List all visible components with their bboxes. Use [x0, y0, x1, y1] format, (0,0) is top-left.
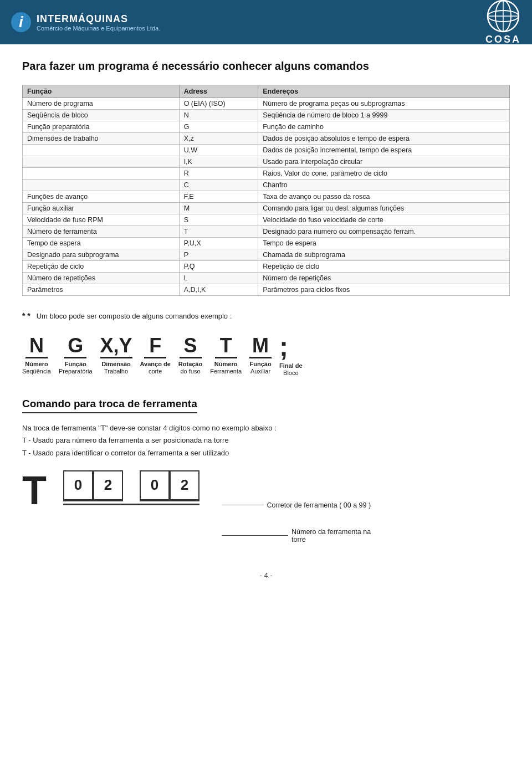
- table-cell-10-0: Velocidade de fuso RPM: [23, 214, 180, 226]
- table-cell-15-2: Número de repetições: [258, 273, 510, 284]
- table-cell-1-0: Seqüência de bloco: [23, 110, 180, 121]
- table-cell-12-2: Tempo de espera: [258, 238, 510, 249]
- tool-desc-2: T - Usado para número da ferramenta a se…: [22, 434, 510, 447]
- table-cell-8-0: Funções de avanço: [23, 191, 180, 203]
- block-label-sub-0: Seqüência: [22, 368, 51, 375]
- table-cell-0-1: O (EIA) (ISO): [179, 98, 258, 110]
- table-row: Tempo de esperaP,U,XTempo de espera: [23, 238, 510, 249]
- cosa-globe-icon: [487, 0, 520, 33]
- col-adress: Adress: [179, 85, 258, 98]
- table-cell-4-2: Dados de posição incremental, tempo de e…: [258, 145, 510, 156]
- table-cell-2-0: Função preparatória: [23, 121, 180, 133]
- digit-2b-box: 2: [170, 470, 200, 500]
- brand-subtitle: Comércio de Máquinas e Equipamentos Ltda…: [37, 25, 160, 32]
- table-cell-9-2: Comando para ligar ou desl. algumas funç…: [258, 203, 510, 214]
- table-cell-11-1: T: [179, 226, 258, 238]
- table-cell-7-1: C: [179, 180, 258, 191]
- table-cell-5-2: Usado para interpolação circular: [258, 156, 510, 168]
- main-content: Para fazer um programa é necessário conh…: [0, 44, 532, 602]
- block-item-t: TNúmeroFerramenta: [210, 336, 242, 375]
- table-cell-13-1: P: [179, 249, 258, 261]
- block-item-g: GFunçãoPreparatória: [59, 336, 93, 375]
- table-cell-16-1: A,D,I,K: [179, 284, 258, 296]
- block-item-s: SRotaçãodo fuso: [178, 336, 202, 375]
- block-label-main-5: Número: [214, 361, 238, 368]
- table-row: I,KUsado para interpolação circular: [23, 156, 510, 168]
- digit-0b-box: 0: [140, 470, 170, 500]
- table-cell-4-0: [23, 145, 180, 156]
- block-label-sub-6: Auxiliar: [250, 368, 270, 375]
- table-cell-2-2: Função de caminho: [258, 121, 510, 133]
- table-cell-10-2: Velocidade do fuso velocidade de corte: [258, 214, 510, 226]
- t-digit-diagram: T 0 2 0 2: [22, 470, 510, 549]
- block-label-sub-4: do fuso: [180, 368, 200, 375]
- digit-0-box: 0: [63, 470, 93, 500]
- block-label-main-2: Dimensão: [101, 361, 131, 368]
- table-cell-6-1: R: [179, 168, 258, 180]
- block-item-n: NNúmeroSeqüência: [22, 336, 51, 375]
- semicolon-symbol: ;: [279, 334, 288, 360]
- digit-gap: [123, 470, 140, 500]
- table-cell-13-0: Designado para subprograma: [23, 249, 180, 261]
- block-letter-6: M: [249, 336, 272, 358]
- table-cell-8-2: Taxa de avanço ou passo da rosca: [258, 191, 510, 203]
- block-item-f: FAvanço decorte: [140, 336, 171, 375]
- table-cell-12-1: P,U,X: [179, 238, 258, 249]
- table-row: Função auxiliarMComando para ligar ou de…: [23, 203, 510, 214]
- block-letter-4: S: [180, 336, 202, 358]
- logo-i-icon: i: [11, 12, 31, 32]
- table-row: Dimensões de trabalhoX,zDados de posição…: [23, 133, 510, 145]
- table-cell-15-1: L: [179, 273, 258, 284]
- block-label-main-0: Número: [25, 361, 48, 368]
- final-label1: Final de: [279, 362, 303, 370]
- header: i INTERMÁQUINAS Comércio de Máquinas e E…: [0, 0, 532, 44]
- tool-desc-1: Na troca de ferramenta "T" deve-se const…: [22, 422, 510, 434]
- table-cell-3-2: Dados de posição absolutos e tempo de es…: [258, 133, 510, 145]
- table-row: Repetição de cicloP,QRepetição de ciclo: [23, 261, 510, 273]
- table-row: Velocidade de fuso RPMSVelocidade do fus…: [23, 214, 510, 226]
- t-digits-row: 0 2 0 2: [63, 470, 200, 500]
- block-letter-1: G: [64, 336, 86, 358]
- table-cell-11-0: Número de ferramenta: [23, 226, 180, 238]
- tool-section: Comando para troca de ferramenta Na troc…: [22, 398, 510, 548]
- table-cell-6-0: [23, 168, 180, 180]
- table-cell-4-1: U,W: [179, 145, 258, 156]
- table-row: Número de ferramentaTDesignado para nume…: [23, 226, 510, 238]
- table-cell-6-2: Raios, Valor do cone, parâmetro de ciclo: [258, 168, 510, 180]
- block-label-main-1: Função: [65, 361, 86, 368]
- block-section: * * Um bloco pode ser composto de alguns…: [22, 311, 510, 382]
- block-intro-text: Um bloco pode ser composto de alguns com…: [37, 312, 232, 320]
- block-item-xy: X,YDimensãoTrabalho: [100, 336, 132, 375]
- header-left: i INTERMÁQUINAS Comércio de Máquinas e E…: [11, 12, 160, 32]
- table-cell-0-2: Número de programa peças ou subprogramas: [258, 98, 510, 110]
- table-cell-2-1: G: [179, 121, 258, 133]
- table-cell-10-1: S: [179, 214, 258, 226]
- tool-heading: Comando para troca de ferramenta: [22, 398, 197, 413]
- final-label2: Bloco: [283, 370, 299, 377]
- block-label-sub-3: corte: [149, 368, 162, 375]
- annotation-numero: Número da ferramenta na torre: [222, 528, 371, 543]
- block-intro: * * Um bloco pode ser composto de alguns…: [22, 311, 510, 320]
- cosa-label: COSA: [485, 34, 521, 45]
- table-cell-1-1: N: [179, 110, 258, 121]
- table-row: Designado para subprogramaPChamada de su…: [23, 249, 510, 261]
- cosa-logo-area: COSA: [485, 0, 521, 45]
- table-cell-11-2: Designado para numero ou compensação fer…: [258, 226, 510, 238]
- block-label-main-6: Função: [250, 361, 272, 368]
- table-cell-14-0: Repetição de ciclo: [23, 261, 180, 273]
- table-row: Número de programaO (EIA) (ISO)Número de…: [23, 98, 510, 110]
- tool-desc-3: T - Usado para identificar o corretor da…: [22, 447, 510, 459]
- cosa-logo: COSA: [485, 0, 521, 45]
- page-number: - 4 -: [22, 571, 510, 580]
- block-label-sub-2: Trabalho: [104, 368, 128, 375]
- table-row: U,WDados de posição incremental, tempo d…: [23, 145, 510, 156]
- block-label-sub-5: Ferramenta: [210, 368, 242, 375]
- block-letter-5: T: [215, 336, 237, 358]
- block-label-sub-1: Preparatória: [59, 368, 93, 375]
- table-cell-7-2: Chanfro: [258, 180, 510, 191]
- brand-name: INTERMÁQUINAS: [37, 13, 160, 25]
- annotation-area: Corretor de ferramenta ( 00 a 99 ) Númer…: [216, 470, 371, 549]
- table-cell-3-1: X,z: [179, 133, 258, 145]
- header-brand: INTERMÁQUINAS Comércio de Máquinas e Equ…: [37, 13, 160, 32]
- t-digits-area: 0 2 0 2: [63, 470, 200, 505]
